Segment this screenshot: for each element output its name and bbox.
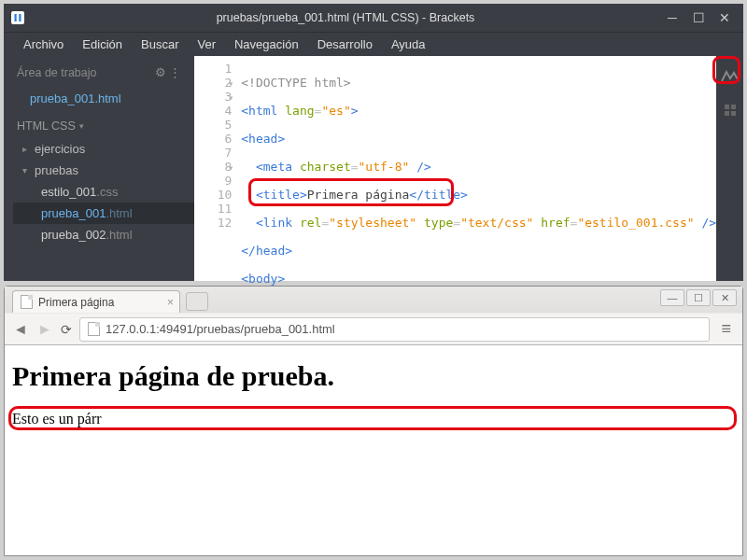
chevron-down-icon: ▾ bbox=[22, 165, 27, 175]
menu-ver[interactable]: Ver bbox=[189, 34, 224, 55]
svg-rect-4 bbox=[731, 105, 736, 109]
back-button[interactable]: ◄ bbox=[12, 321, 29, 338]
right-toolbar bbox=[716, 56, 743, 281]
sidebar: Área de trabajo ⚙ ⋮ prueba_001.html HTML… bbox=[4, 56, 194, 281]
file-basename: prueba_001 bbox=[41, 206, 106, 220]
minimize-button[interactable]: ─ bbox=[659, 7, 685, 28]
working-files-header: Área de trabajo ⚙ ⋮ bbox=[4, 56, 194, 87]
working-file[interactable]: prueba_001.html bbox=[4, 87, 194, 110]
page-heading: Primera página de prueba. bbox=[12, 360, 735, 392]
brackets-titlebar: pruebas/prueba_001.html (HTML CSS) - Bra… bbox=[4, 4, 743, 32]
tab-title: Primera página bbox=[38, 296, 114, 309]
page-paragraph: Esto es un párr bbox=[12, 411, 735, 427]
menu-edicion[interactable]: Edición bbox=[74, 34, 131, 55]
svg-rect-2 bbox=[19, 14, 21, 21]
svg-rect-3 bbox=[725, 105, 729, 109]
menu-ayuda[interactable]: Ayuda bbox=[383, 34, 434, 55]
url-bar[interactable]: 127.0.0.1:49491/pruebas/prueba_001.html bbox=[79, 317, 710, 342]
project-name: HTML CSS bbox=[17, 119, 76, 133]
brackets-window: pruebas/prueba_001.html (HTML CSS) - Bra… bbox=[4, 4, 743, 281]
menu-archivo[interactable]: Archivo bbox=[15, 34, 72, 55]
browser-close-button[interactable]: ✕ bbox=[712, 289, 737, 306]
project-header[interactable]: HTML CSS ▾ bbox=[4, 110, 194, 138]
page-icon bbox=[21, 295, 33, 309]
close-tab-icon[interactable]: × bbox=[167, 296, 174, 309]
tab-strip: Primera página × — ☐ ✕ bbox=[5, 287, 742, 313]
reload-button[interactable]: ⟳ bbox=[61, 322, 72, 337]
working-files-label: Área de trabajo bbox=[17, 66, 96, 79]
svg-rect-6 bbox=[731, 111, 736, 116]
folder-label: pruebas bbox=[35, 163, 78, 177]
folder-pruebas[interactable]: ▾ pruebas bbox=[13, 160, 194, 181]
annotation-highlight-livepreview bbox=[712, 56, 740, 84]
file-basename: estilo_001 bbox=[41, 185, 96, 199]
url-text: 127.0.0.1:49491/pruebas/prueba_001.html bbox=[106, 322, 335, 336]
file-ext: .html bbox=[106, 228, 132, 242]
tree-file-estilo[interactable]: estilo_001.css bbox=[13, 181, 194, 203]
svg-rect-1 bbox=[15, 14, 17, 21]
site-icon bbox=[88, 322, 100, 336]
chevron-right-icon: ▸ bbox=[22, 144, 27, 154]
browser-viewport: Primera página de prueba. Esto es un pár… bbox=[5, 345, 742, 555]
maximize-button[interactable]: ☐ bbox=[685, 7, 712, 28]
editor-area: 1 2▾ 3▾ 4 5 6 7 8▾ 9 10 11 12 <!DOCTYPE … bbox=[194, 56, 716, 281]
forward-button[interactable]: ► bbox=[36, 321, 53, 338]
close-button[interactable]: ✕ bbox=[712, 7, 738, 28]
brackets-app-icon bbox=[9, 9, 26, 26]
extension-manager-icon[interactable] bbox=[718, 99, 742, 121]
browser-minimize-button[interactable]: — bbox=[660, 289, 684, 306]
svg-rect-5 bbox=[725, 111, 729, 116]
menu-navegacion[interactable]: Navegación bbox=[226, 34, 307, 55]
file-ext: .css bbox=[96, 185, 118, 199]
svg-rect-0 bbox=[11, 11, 24, 24]
file-basename: prueba_002 bbox=[41, 228, 106, 242]
menu-desarrollo[interactable]: Desarrollo bbox=[309, 34, 381, 55]
browser-tab[interactable]: Primera página × bbox=[12, 290, 180, 313]
folder-ejercicios[interactable]: ▸ ejercicios bbox=[13, 138, 194, 160]
tree-file-prueba-002[interactable]: prueba_002.html bbox=[13, 224, 194, 245]
gear-icon[interactable]: ⚙ ⋮ bbox=[155, 65, 181, 79]
browser-maximize-button[interactable]: ☐ bbox=[686, 289, 711, 306]
chevron-down-icon: ▾ bbox=[79, 121, 84, 131]
window-title: pruebas/prueba_001.html (HTML CSS) - Bra… bbox=[32, 11, 659, 24]
browser-toolbar: ◄ ► ⟳ 127.0.0.1:49491/pruebas/prueba_001… bbox=[5, 313, 742, 344]
menu-buscar[interactable]: Buscar bbox=[133, 34, 187, 55]
file-ext: .html bbox=[106, 206, 132, 220]
folder-label: ejercicios bbox=[35, 142, 85, 156]
browser-menu-icon[interactable]: ≡ bbox=[717, 319, 735, 339]
browser-window: Primera página × — ☐ ✕ ◄ ► ⟳ 127.0.0.1:4… bbox=[4, 286, 743, 556]
menu-bar: Archivo Edición Buscar Ver Navegación De… bbox=[4, 32, 743, 56]
tree-file-prueba-001[interactable]: prueba_001.html bbox=[13, 203, 194, 224]
new-tab-button[interactable] bbox=[186, 292, 208, 311]
